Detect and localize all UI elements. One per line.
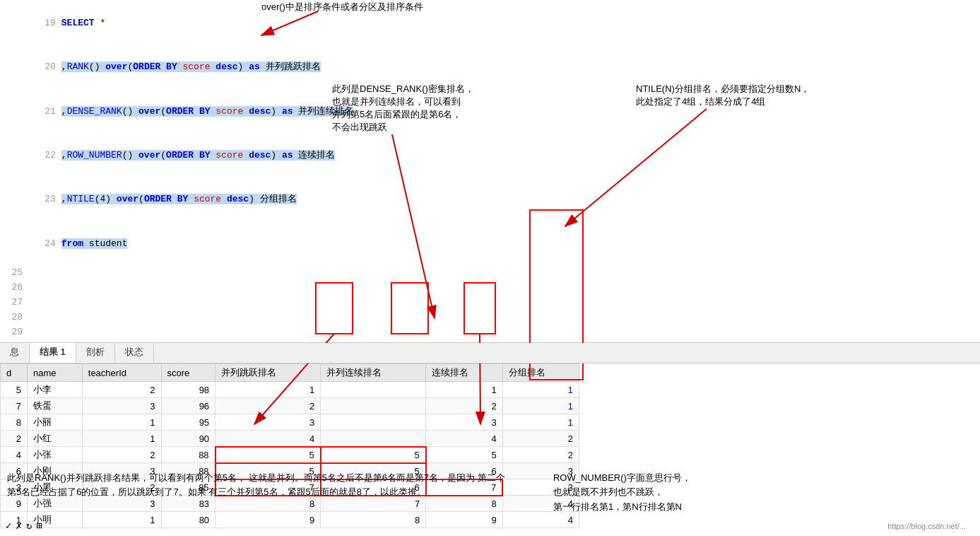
cell-rank1: 2 <box>216 398 321 414</box>
check-icon[interactable]: ✓ <box>6 520 11 532</box>
rank-note: 此列是RANK()并列跳跃排名结果，可以看到有两个第5名， 这就是并列。而第5名… <box>7 471 511 515</box>
code-line-26: 26 <box>6 281 974 296</box>
refresh-icon[interactable]: ↻ <box>26 520 32 532</box>
code-line-20: 20,RANK() over(ORDER BY score desc) as 并… <box>6 45 974 89</box>
code-line-23: 23,NTILE(4) over(ORDER BY score desc) 分组… <box>6 178 974 222</box>
table-row: 4 小张 2 88 5 5 5 2 <box>1 447 579 463</box>
cell-teacherid: 2 <box>82 382 161 398</box>
cell-name: 小李 <box>28 382 83 398</box>
col-header-rank2: 并列连续排名 <box>321 364 426 382</box>
table-row: 8 小丽 1 95 3 3 1 <box>1 414 579 431</box>
code-line-24: 24from student <box>6 222 974 266</box>
code-line-22: 22,ROW_NUMBER() over(ORDER BY score desc… <box>6 134 974 177</box>
cell-rank1: 4 <box>216 431 321 447</box>
cell-rank4: 2 <box>502 447 579 463</box>
cell-rank2 <box>321 382 426 398</box>
tab-status[interactable]: 状态 <box>115 343 154 363</box>
cell-rank4: 1 <box>502 414 579 431</box>
cell-teacherid: 1 <box>82 414 161 431</box>
code-line-29: 29 <box>6 325 974 340</box>
cell-rank3: 3 <box>426 414 502 431</box>
cell-score: 98 <box>161 382 216 398</box>
cell-name: 铁蛋 <box>28 398 83 414</box>
tab-xi[interactable]: 息 <box>0 343 30 363</box>
col-header-teacherid: teacherId <box>82 364 161 382</box>
cell-id: 7 <box>1 398 28 414</box>
rownumber-note: ROW_NUMBER()字面意思行号，也就是既不并列也不跳跃，第一行排名第1，第… <box>553 471 973 515</box>
cell-rank2 <box>321 414 426 431</box>
cell-rank1: 1 <box>216 382 321 398</box>
col-header-rank4: 分组排名 <box>502 364 579 382</box>
table-row: 2 小红 1 90 4 4 2 <box>1 431 579 447</box>
bottom-annotations: 此列是RANK()并列跳跃排名结果，可以看到有两个第5名， 这就是并列。而第5名… <box>7 471 973 515</box>
cell-teacherid: 2 <box>82 447 161 463</box>
cell-name: 小丽 <box>28 414 83 431</box>
cell-rank3: 5 <box>426 447 502 463</box>
cell-rank2-highlight: 5 <box>321 447 426 463</box>
bottom-toolbar: ✓ ✗ ↻ ⊞ <box>6 520 42 532</box>
grid-icon[interactable]: ⊞ <box>36 520 42 532</box>
col-header-id: d <box>1 364 28 382</box>
cell-rank2 <box>321 398 426 414</box>
watermark: https://blog.csdn.net/... <box>887 522 966 530</box>
table-row: 5 小李 2 98 1 1 1 <box>1 382 579 398</box>
col-header-name: name <box>28 364 83 382</box>
tab-result1[interactable]: 结果 1 <box>30 343 76 363</box>
col-header-score: score <box>161 364 216 382</box>
cell-id: 2 <box>1 431 28 447</box>
col-header-rank3: 连续排名 <box>426 364 502 382</box>
cell-name: 小红 <box>28 431 83 447</box>
cell-teacherid: 3 <box>82 398 161 414</box>
cell-score: 90 <box>161 431 216 447</box>
table-row: 7 铁蛋 3 96 2 2 1 <box>1 398 579 414</box>
cell-score: 96 <box>161 398 216 414</box>
cell-id: 4 <box>1 447 28 463</box>
tab-profile[interactable]: 剖析 <box>76 343 115 363</box>
col-header-rank1: 并列跳跃排名 <box>216 364 321 382</box>
cell-name: 小张 <box>28 447 83 463</box>
cell-rank1: 3 <box>216 414 321 431</box>
code-line-19: 19SELECT * <box>6 1 974 45</box>
cell-rank3: 2 <box>426 398 502 414</box>
cell-teacherid: 1 <box>82 431 161 447</box>
code-line-27: 27 <box>6 296 974 310</box>
code-area: 19SELECT * 20,RANK() over(ORDER BY score… <box>0 0 980 343</box>
cell-rank4: 2 <box>502 431 579 447</box>
cell-score: 95 <box>161 414 216 431</box>
code-line-28: 28 <box>6 310 974 325</box>
cell-score: 88 <box>161 447 216 463</box>
cell-id: 5 <box>1 382 28 398</box>
tabs-bar: 息 结果 1 剖析 状态 <box>0 343 980 363</box>
code-line-21: 21,DENSE_RANK() over(ORDER BY score desc… <box>6 90 974 134</box>
cell-rank3: 4 <box>426 431 502 447</box>
cell-rank4: 1 <box>502 382 579 398</box>
cell-rank1-highlight: 5 <box>216 447 321 463</box>
cell-rank3: 1 <box>426 382 502 398</box>
cell-rank4: 1 <box>502 398 579 414</box>
cell-id: 8 <box>1 414 28 431</box>
cell-rank2 <box>321 431 426 447</box>
x-icon[interactable]: ✗ <box>16 520 21 532</box>
code-line-25: 25 <box>6 266 974 281</box>
